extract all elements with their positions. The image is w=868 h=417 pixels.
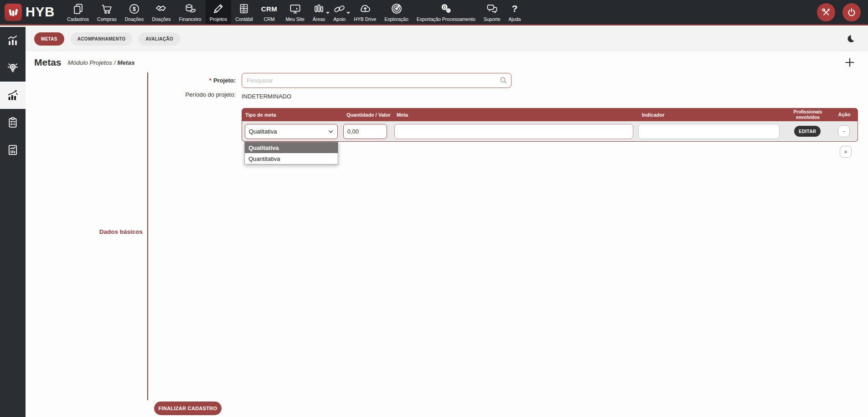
tools-button[interactable] bbox=[817, 3, 835, 21]
dark-mode-toggle[interactable] bbox=[845, 34, 855, 44]
crm-text-icon: CRM bbox=[261, 2, 278, 15]
menu-item-projetos[interactable]: Projetos bbox=[206, 0, 232, 24]
moon-icon bbox=[845, 34, 855, 44]
plus-icon bbox=[844, 57, 855, 68]
header-indicador: Indicador bbox=[638, 112, 785, 118]
pencil-icon bbox=[212, 2, 224, 15]
sidebar-item-metas[interactable] bbox=[0, 82, 26, 109]
remove-row-button[interactable]: - bbox=[838, 125, 850, 137]
editar-button[interactable]: EDITAR bbox=[794, 126, 821, 137]
tab-avaliacao[interactable]: AVALIAÇÃO bbox=[139, 32, 180, 46]
header-acao: Ação bbox=[831, 112, 858, 118]
cart-icon bbox=[101, 2, 113, 15]
question-mark-icon: ? bbox=[512, 2, 518, 15]
projeto-label: * Projeto: bbox=[144, 73, 236, 88]
menu-item-meu-site[interactable]: Meu Site bbox=[281, 0, 308, 24]
vertical-bars-icon bbox=[313, 2, 325, 15]
copy-pages-icon bbox=[72, 2, 84, 15]
topbar-actions bbox=[817, 3, 861, 21]
sidebar-item-dashboard[interactable] bbox=[0, 27, 26, 54]
table-header: Tipo de meta Quantidade / Valor Meta Ind… bbox=[242, 108, 858, 121]
menu-item-exportacao-processamento[interactable]: Exportação Processamento bbox=[413, 0, 480, 24]
table-row: Qualitativa EDITAR bbox=[242, 121, 858, 142]
power-icon bbox=[846, 7, 857, 18]
calculator-icon bbox=[238, 2, 250, 15]
tab-metas[interactable]: METAS bbox=[34, 32, 64, 46]
dropdown-option-quantitativa[interactable]: Quantitativa bbox=[245, 153, 338, 164]
sidebar-item-tasks[interactable] bbox=[0, 109, 26, 136]
sidebar-item-reports[interactable] bbox=[0, 136, 26, 164]
app-logo[interactable]: HYB bbox=[5, 4, 55, 21]
chat-bubbles-icon bbox=[486, 2, 498, 15]
periodo-label: Período do projeto: bbox=[144, 90, 236, 99]
dollar-circle-icon: $ bbox=[128, 2, 140, 15]
finalizar-cadastro-button[interactable]: FINALIZAR CADASTRO bbox=[154, 402, 222, 415]
projeto-search-input[interactable] bbox=[242, 73, 512, 88]
power-button[interactable] bbox=[842, 3, 861, 21]
menu-item-crm[interactable]: CRM CRM bbox=[257, 0, 282, 24]
title-bar: Metas Módulo Projetos / Metas bbox=[26, 51, 868, 73]
chevron-down-icon bbox=[328, 129, 334, 134]
gears-icon bbox=[439, 2, 452, 15]
meta-input[interactable] bbox=[394, 124, 633, 139]
logo-text: HYB bbox=[26, 5, 55, 20]
menu-item-apoio[interactable]: Apoio bbox=[329, 0, 350, 24]
header-meta: Meta bbox=[393, 112, 638, 118]
add-button[interactable] bbox=[844, 57, 855, 68]
tools-icon bbox=[821, 7, 832, 18]
dropdown-option-qualitativa[interactable]: Qualitativa bbox=[245, 142, 338, 153]
header-quantidade-valor: Quantidade / Valor bbox=[343, 112, 393, 118]
link-icon bbox=[333, 2, 346, 15]
bar-chart-line-icon bbox=[6, 34, 19, 47]
growth-arrow-icon bbox=[6, 89, 19, 102]
search-icon bbox=[499, 76, 508, 87]
topbar: HYB Cadastros Compras $ Doações Vendas bbox=[0, 0, 868, 26]
goals-table: Tipo de meta Quantidade / Valor Meta Ind… bbox=[242, 108, 858, 142]
menu-item-suporte[interactable]: Suporte bbox=[480, 0, 505, 24]
menu-item-doacoes[interactable]: Doações bbox=[148, 0, 175, 24]
main-menu: Cadastros Compras $ Doações Vendas Doaçõ… bbox=[63, 0, 525, 24]
section-divider bbox=[147, 72, 148, 400]
target-icon bbox=[390, 2, 403, 15]
sidebar-item-ideas[interactable] bbox=[0, 54, 26, 82]
add-row-button[interactable]: + bbox=[840, 146, 852, 158]
report-document-icon bbox=[6, 144, 19, 156]
header-profissionais-envolvidos: Profissionais envolvidos bbox=[785, 109, 831, 120]
menu-item-contabil[interactable]: Contábil bbox=[231, 0, 257, 24]
page-title: Metas bbox=[34, 57, 62, 68]
menu-item-financeiro[interactable]: Financeiro bbox=[175, 0, 206, 24]
menu-item-ajuda[interactable]: ? Ajuda bbox=[505, 0, 525, 24]
breadcrumb: Módulo Projetos / Metas bbox=[68, 59, 135, 66]
indicador-input[interactable] bbox=[638, 124, 780, 139]
menu-item-cadastros[interactable]: Cadastros bbox=[63, 0, 93, 24]
hyb-logo-icon bbox=[5, 4, 22, 21]
sidebar bbox=[0, 27, 26, 417]
menu-item-vendas[interactable]: $ Doações Vendas bbox=[121, 0, 148, 24]
header-tipo-de-meta: Tipo de meta bbox=[242, 112, 343, 118]
quantidade-valor-input[interactable] bbox=[343, 124, 387, 139]
menu-item-exploracao[interactable]: Exploração bbox=[380, 0, 413, 24]
menu-item-compras[interactable]: Compras bbox=[93, 0, 121, 24]
menu-item-hyb-drive[interactable]: HYB Drive bbox=[350, 0, 380, 24]
projeto-search bbox=[242, 73, 512, 88]
tab-bar: METAS ACOMPANHAMENTO AVALIAÇÃO bbox=[26, 27, 868, 51]
tipo-de-meta-dropdown: Qualitativa Quantitativa bbox=[244, 142, 338, 165]
tipo-de-meta-select[interactable]: Qualitativa bbox=[245, 124, 338, 139]
tab-acompanhamento[interactable]: ACOMPANHAMENTO bbox=[71, 32, 133, 46]
idea-gear-icon bbox=[6, 62, 19, 74]
svg-text:$: $ bbox=[133, 6, 136, 12]
menu-item-areas[interactable]: Áreas bbox=[309, 0, 329, 24]
cloud-upload-icon bbox=[359, 2, 372, 15]
clipboard-checklist-icon bbox=[6, 116, 19, 129]
main-content: METAS ACOMPANHAMENTO AVALIAÇÃO Metas Mód… bbox=[26, 27, 868, 417]
monitor-icon bbox=[289, 2, 301, 15]
periodo-value: INDETERMINADO bbox=[242, 93, 291, 100]
handshake-icon bbox=[155, 2, 168, 15]
section-label: Dados básicos bbox=[76, 228, 143, 235]
coins-icon bbox=[184, 2, 196, 15]
